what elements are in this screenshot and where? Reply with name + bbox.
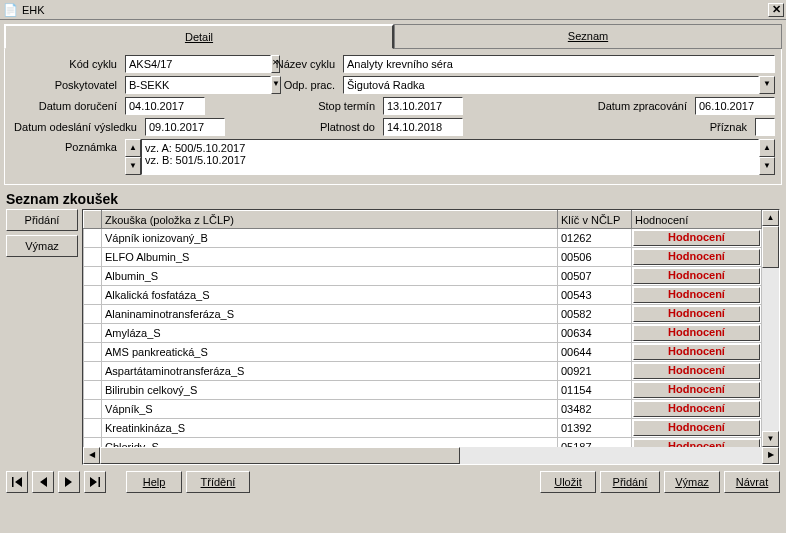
vymaz-button[interactable]: Výmaz xyxy=(664,471,720,493)
tab-seznam[interactable]: Seznam xyxy=(394,24,782,49)
table-row[interactable]: Chloridy_S05187Hodnocení xyxy=(84,438,762,448)
platnost-do-input[interactable] xyxy=(383,118,463,136)
table-row[interactable]: Vápník_S03482Hodnocení xyxy=(84,400,762,419)
label-datum-odeslani: Datum odeslání výsledku xyxy=(11,121,141,133)
cell-zkouska: Amyláza_S xyxy=(102,324,558,343)
cell-zkouska: Alaninaminotransferáza_S xyxy=(102,305,558,324)
row-selector[interactable] xyxy=(84,438,102,448)
detail-panel: Kód cyklu ✕ Název cyklu Poskytovatel ▼ O… xyxy=(4,49,782,185)
table-row[interactable]: Alkalická fosfatáza_S00543Hodnocení xyxy=(84,286,762,305)
note-spin-up[interactable]: ▲ xyxy=(125,139,141,157)
hodnoceni-button[interactable]: Hodnocení xyxy=(633,363,760,379)
hodnoceni-button[interactable]: Hodnocení xyxy=(633,287,760,303)
row-selector[interactable] xyxy=(84,286,102,305)
help-button[interactable]: Help xyxy=(126,471,182,493)
cell-klic: 03482 xyxy=(558,400,632,419)
row-selector[interactable] xyxy=(84,267,102,286)
nav-first-button[interactable] xyxy=(6,471,28,493)
nav-next-button[interactable] xyxy=(58,471,80,493)
hodnoceni-button[interactable]: Hodnocení xyxy=(633,325,760,341)
table-row[interactable]: Aspartátaminotransferáza_S00921Hodnocení xyxy=(84,362,762,381)
datum-odeslani-input[interactable] xyxy=(145,118,225,136)
hodnoceni-button[interactable]: Hodnocení xyxy=(633,344,760,360)
hodnoceni-button[interactable]: Hodnocení xyxy=(633,420,760,436)
grid: Zkouška (položka z LČLP) Klíč v NČLP Hod… xyxy=(82,209,780,465)
hscroll-track[interactable] xyxy=(100,447,762,464)
note-spin-down[interactable]: ▼ xyxy=(125,157,141,175)
table-row[interactable]: Amyláza_S00634Hodnocení xyxy=(84,324,762,343)
hodnoceni-button[interactable]: Hodnocení xyxy=(633,306,760,322)
row-selector[interactable] xyxy=(84,362,102,381)
kod-cyklu-input[interactable] xyxy=(125,55,271,73)
row-selector[interactable] xyxy=(84,419,102,438)
col-header-klic[interactable]: Klíč v NČLP xyxy=(558,211,632,229)
pridani-button[interactable]: Přidání xyxy=(600,471,660,493)
vscroll-track[interactable] xyxy=(762,226,779,431)
cell-klic: 00644 xyxy=(558,343,632,362)
cell-zkouska: AMS pankreatická_S xyxy=(102,343,558,362)
label-kod-cyklu: Kód cyklu xyxy=(11,58,121,70)
cell-zkouska: Bilirubin celkový_S xyxy=(102,381,558,400)
hscroll-thumb[interactable] xyxy=(100,447,460,464)
row-selector[interactable] xyxy=(84,400,102,419)
note-scroll-up[interactable]: ▲ xyxy=(759,139,775,157)
table-row[interactable]: Albumin_S00507Hodnocení xyxy=(84,267,762,286)
row-selector[interactable] xyxy=(84,305,102,324)
col-header-selector[interactable] xyxy=(84,211,102,229)
hscroll-right[interactable]: ▶ xyxy=(762,447,779,464)
nav-prev-button[interactable] xyxy=(32,471,54,493)
cell-zkouska: Chloridy_S xyxy=(102,438,558,448)
col-header-zkouska[interactable]: Zkouška (položka z LČLP) xyxy=(102,211,558,229)
hodnoceni-button[interactable]: Hodnocení xyxy=(633,382,760,398)
cell-klic: 00507 xyxy=(558,267,632,286)
odp-prac-input[interactable] xyxy=(343,76,759,94)
app-icon: 📄 xyxy=(2,2,18,18)
table-row[interactable]: Alaninaminotransferáza_S00582Hodnocení xyxy=(84,305,762,324)
hodnoceni-button[interactable]: Hodnocení xyxy=(633,439,760,447)
hscroll-left[interactable]: ◀ xyxy=(83,447,100,464)
nav-last-button[interactable] xyxy=(84,471,106,493)
row-selector[interactable] xyxy=(84,229,102,248)
hodnoceni-button[interactable]: Hodnocení xyxy=(633,230,760,246)
row-selector[interactable] xyxy=(84,324,102,343)
row-selector[interactable] xyxy=(84,343,102,362)
table-row[interactable]: ELFO Albumin_S00506Hodnocení xyxy=(84,248,762,267)
cell-klic: 00634 xyxy=(558,324,632,343)
label-odp-prac: Odp. prac. xyxy=(269,79,339,91)
row-selector[interactable] xyxy=(84,248,102,267)
poznamka-area[interactable]: vz. A: 500/5.10.2017 vz. B: 501/5.10.201… xyxy=(141,139,759,175)
row-selector[interactable] xyxy=(84,381,102,400)
cell-klic: 01262 xyxy=(558,229,632,248)
odp-prac-dropdown[interactable]: ▼ xyxy=(759,76,775,94)
stop-termin-input[interactable] xyxy=(383,97,463,115)
ulozit-button[interactable]: Uložit xyxy=(540,471,596,493)
side-vymaz-button[interactable]: Výmaz xyxy=(6,235,78,257)
label-poskytovatel: Poskytovatel xyxy=(11,79,121,91)
tab-detail[interactable]: Detail xyxy=(4,24,394,49)
section-title: Seznam zkoušek xyxy=(6,191,786,207)
close-button[interactable]: ✕ xyxy=(768,3,784,17)
col-header-hodnoceni[interactable]: Hodnocení xyxy=(632,211,762,229)
side-pridani-button[interactable]: Přidání xyxy=(6,209,78,231)
table-row[interactable]: Vápník ionizovaný_B01262Hodnocení xyxy=(84,229,762,248)
poskytovatel-input[interactable] xyxy=(125,76,271,94)
nav-next-icon xyxy=(64,477,74,487)
nazev-cyklu-input[interactable] xyxy=(343,55,775,73)
trideni-button[interactable]: Třídění xyxy=(186,471,250,493)
vscroll-down[interactable]: ▼ xyxy=(762,431,779,447)
cell-klic: 05187 xyxy=(558,438,632,448)
datum-zpracovani-input[interactable] xyxy=(695,97,775,115)
hodnoceni-button[interactable]: Hodnocení xyxy=(633,268,760,284)
note-scroll-down[interactable]: ▼ xyxy=(759,157,775,175)
table-row[interactable]: AMS pankreatická_S00644Hodnocení xyxy=(84,343,762,362)
vscroll-up[interactable]: ▲ xyxy=(762,210,779,226)
hodnoceni-button[interactable]: Hodnocení xyxy=(633,249,760,265)
priznak-box[interactable] xyxy=(755,118,775,136)
navrat-button[interactable]: Návrat xyxy=(724,471,780,493)
table-row[interactable]: Bilirubin celkový_S01154Hodnocení xyxy=(84,381,762,400)
cell-zkouska: ELFO Albumin_S xyxy=(102,248,558,267)
table-row[interactable]: Kreatinkináza_S01392Hodnocení xyxy=(84,419,762,438)
vscroll-thumb[interactable] xyxy=(762,226,779,268)
hodnoceni-button[interactable]: Hodnocení xyxy=(633,401,760,417)
datum-doruceni-input[interactable] xyxy=(125,97,205,115)
